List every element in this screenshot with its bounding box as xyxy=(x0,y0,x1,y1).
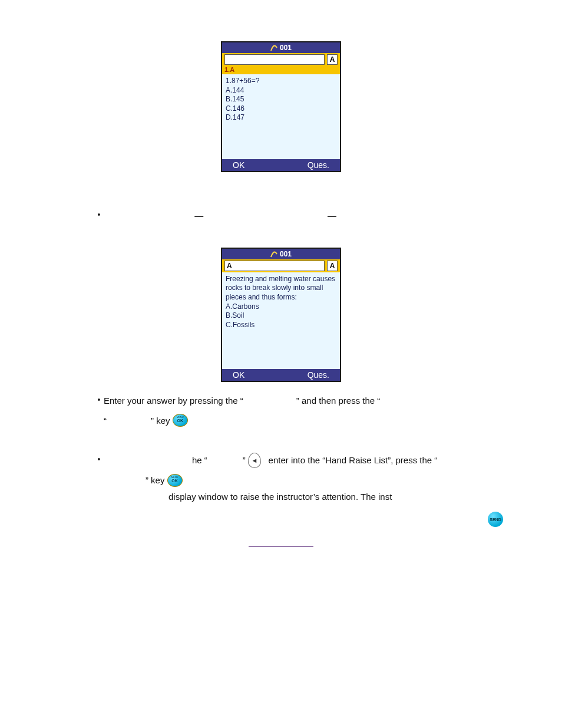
bullet-1: • xxxxxxxxxxxxxxxxxxxx — xxxxxxxxxxxxxxx… xyxy=(94,207,509,224)
option-c: C.Fossils xyxy=(226,321,336,330)
bullet-3-text-e: display window to raise the instructor’s… xyxy=(168,492,392,502)
bullet-1-text: xxxxxxxxxxxxxxxxxxxx — xxxxxxxxxxxxxxxxx… xyxy=(104,207,509,224)
menu-ok-key-icon xyxy=(173,414,188,427)
device-input-bar: A xyxy=(222,53,340,66)
option-a: A.Carbons xyxy=(226,302,336,312)
left-arrow-key-icon: ◄ xyxy=(248,453,261,468)
bullet-2: • Enter your answer by pressing the “ xx… xyxy=(94,393,509,429)
softkey-right[interactable]: Ques. xyxy=(308,160,329,170)
bullet-dot: • xyxy=(94,207,104,223)
option-b: B.145 xyxy=(226,95,336,104)
menu-ok-key-icon xyxy=(167,474,183,487)
bullet-2-text: Enter your answer by pressing the “ xxxx… xyxy=(104,393,509,409)
dash-1: — xyxy=(194,210,203,220)
question-text: Freezing and melting water causes rocks … xyxy=(226,275,336,302)
device-id: 001 xyxy=(280,44,292,52)
page-divider-underline xyxy=(249,546,313,547)
bullet-2-text-d: ” key xyxy=(151,413,170,429)
device-footer: OK Ques. xyxy=(222,369,340,381)
question-text: 1.87+56=? xyxy=(226,77,336,86)
bullet-2-text-a: Enter your answer by pressing the “ xyxy=(104,393,243,409)
softkey-left[interactable]: OK xyxy=(233,160,244,170)
device-footer: OK Ques. xyxy=(222,159,340,171)
answer-input[interactable] xyxy=(224,54,325,65)
send-key-icon: SEND xyxy=(488,512,503,527)
document-page: 001 A 1.A 1.87+56=? A.144 B.145 C.146 D.… xyxy=(0,0,562,728)
device-id: 001 xyxy=(280,250,292,258)
device-header: 001 xyxy=(222,249,340,259)
device-screenshot-2: 001 A A Freezing and melting water cause… xyxy=(221,248,341,382)
device-body: Freezing and melting water causes rocks … xyxy=(222,272,340,369)
answer-input[interactable]: A xyxy=(224,261,325,271)
device-subline: 1.A xyxy=(222,66,340,74)
option-a: A.144 xyxy=(226,86,336,95)
bullet-3-text: xxxxxxxxxxxxxxxxxxxx he “ xxxxxxxx ” ◄ e… xyxy=(104,452,509,469)
softkey-left[interactable]: OK xyxy=(233,370,244,380)
device-header: 001 xyxy=(222,42,340,53)
signal-icon xyxy=(270,251,277,258)
device-body: 1.87+56=? A.144 B.145 C.146 D.147 xyxy=(222,74,340,159)
bullet-3-line2: press the “ ” key xyxy=(104,472,509,489)
bullet-2-text-b: ” and then press the “ xyxy=(296,393,381,409)
signal-icon xyxy=(270,44,277,51)
bullet-3: • xxxxxxxxxxxxxxxxxxxx he “ xxxxxxxx ” ◄… xyxy=(94,452,509,505)
bullet-3-text-c: enter into the “Hand Raise List”, press … xyxy=(269,452,438,469)
bullet-2-text-c: “ xyxy=(104,413,107,429)
device-input-bar: A A xyxy=(222,259,340,272)
bullet-3-text-a: he “ xyxy=(192,452,207,469)
bullet-3-line3: display window to raise the instructor’s… xyxy=(104,489,509,505)
option-b: B.Soil xyxy=(226,311,336,321)
softkey-right[interactable]: Ques. xyxy=(308,370,329,380)
device-screenshot-1: 001 A 1.A 1.87+56=? A.144 B.145 C.146 D.… xyxy=(221,41,341,172)
option-d: D.147 xyxy=(226,113,336,123)
input-mode-indicator: A xyxy=(327,54,338,65)
input-mode-indicator: A xyxy=(327,261,338,271)
bullet-2-line2: “ xxxxxxxxxx ” key xyxy=(104,413,509,429)
option-c: C.146 xyxy=(226,104,336,114)
bullet-dot: • xyxy=(94,452,104,467)
bullet-dot: • xyxy=(94,393,104,408)
dash-2: — xyxy=(328,210,336,220)
bullet-3-text-d: ” key xyxy=(146,472,165,489)
